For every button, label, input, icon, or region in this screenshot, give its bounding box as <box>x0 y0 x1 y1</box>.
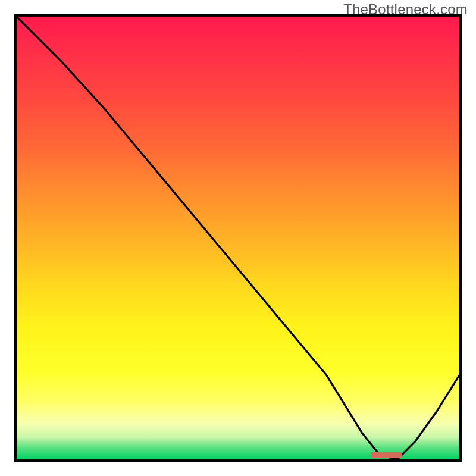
minimum-marker <box>371 452 402 458</box>
plot-area <box>14 14 462 462</box>
line-curve <box>17 17 459 459</box>
